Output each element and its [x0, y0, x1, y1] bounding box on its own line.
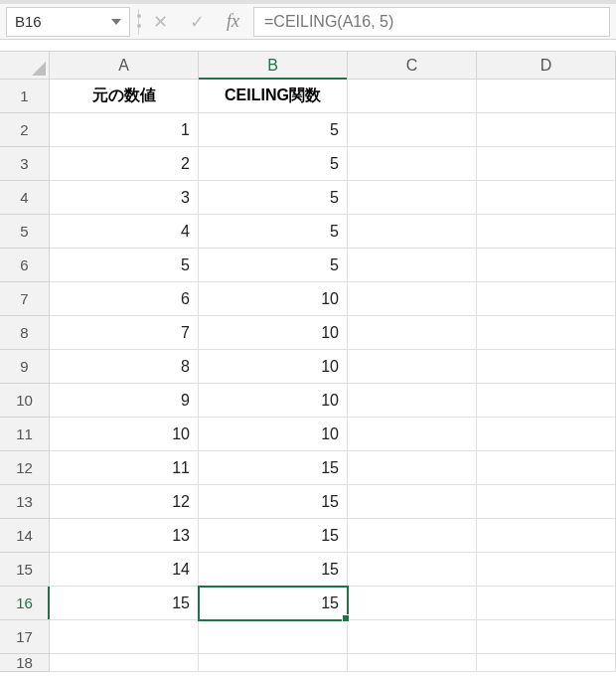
confirm-icon[interactable]: ✓ [190, 13, 205, 31]
cell-A17[interactable] [50, 620, 199, 654]
column-header-A[interactable]: A [50, 52, 199, 80]
row-header[interactable]: 17 [0, 620, 50, 654]
cell-A9[interactable]: 8 [50, 350, 199, 384]
cell-A8[interactable]: 7 [50, 316, 199, 350]
cell-C16[interactable] [348, 587, 477, 620]
formula-input[interactable]: =CEILING(A16, 5) [253, 7, 610, 37]
cell-D5[interactable] [477, 215, 616, 249]
cell-C5[interactable] [348, 215, 477, 249]
row-header[interactable]: 10 [0, 384, 50, 418]
cell-D14[interactable] [477, 519, 616, 553]
cell-B9[interactable]: 10 [199, 350, 348, 384]
row-header[interactable]: 14 [0, 519, 50, 553]
cell-C18[interactable] [348, 654, 477, 672]
cell-D18[interactable] [477, 654, 616, 672]
cell-B11[interactable]: 10 [199, 418, 348, 451]
cell-B3[interactable]: 5 [199, 147, 348, 181]
cell-B18[interactable] [199, 654, 348, 672]
cell-D8[interactable] [477, 316, 616, 350]
cell-D10[interactable] [477, 384, 616, 418]
cell-B8[interactable]: 10 [199, 316, 348, 350]
cell-C9[interactable] [348, 350, 477, 384]
cell-C2[interactable] [348, 113, 477, 147]
cell-C4[interactable] [348, 181, 477, 215]
cell-C13[interactable] [348, 485, 477, 519]
cell-D2[interactable] [477, 113, 616, 147]
name-box[interactable]: B16 [6, 7, 130, 37]
chevron-down-icon[interactable] [111, 19, 121, 25]
cell-A3[interactable]: 2 [50, 147, 199, 181]
cell-C10[interactable] [348, 384, 477, 418]
cell-D11[interactable] [477, 418, 616, 451]
row-header[interactable]: 9 [0, 350, 50, 384]
cell-A4[interactable]: 3 [50, 181, 199, 215]
cancel-icon[interactable]: ✕ [153, 13, 168, 31]
row-header[interactable]: 13 [0, 485, 50, 519]
row-header[interactable]: 5 [0, 215, 50, 249]
row-header[interactable]: 7 [0, 282, 50, 316]
cell-C12[interactable] [348, 451, 477, 485]
cell-C6[interactable] [348, 249, 477, 282]
cell-C15[interactable] [348, 553, 477, 587]
cell-A11[interactable]: 10 [50, 418, 199, 451]
cell-B1[interactable]: CEILING関数 [199, 80, 348, 113]
row-header[interactable]: 12 [0, 451, 50, 485]
row-header[interactable]: 3 [0, 147, 50, 181]
cell-B14[interactable]: 15 [199, 519, 348, 553]
row-header[interactable]: 18 [0, 654, 50, 672]
cell-C1[interactable] [348, 80, 477, 113]
cell-D6[interactable] [477, 249, 616, 282]
cell-C17[interactable] [348, 620, 477, 654]
cell-A13[interactable]: 12 [50, 485, 199, 519]
cell-C11[interactable] [348, 418, 477, 451]
cell-A12[interactable]: 11 [50, 451, 199, 485]
fx-icon[interactable]: fx [227, 11, 239, 32]
cell-B5[interactable]: 5 [199, 215, 348, 249]
cell-A10[interactable]: 9 [50, 384, 199, 418]
cell-C14[interactable] [348, 519, 477, 553]
row-header[interactable]: 16 [0, 587, 50, 620]
cell-A7[interactable]: 6 [50, 282, 199, 316]
cell-D16[interactable] [477, 587, 616, 620]
cell-A18[interactable] [50, 654, 199, 672]
spreadsheet-grid[interactable]: ABCD1元の数値CEILING関数2153254355456557610871… [0, 52, 616, 672]
column-header-D[interactable]: D [477, 52, 616, 80]
cell-D12[interactable] [477, 451, 616, 485]
cell-B2[interactable]: 5 [199, 113, 348, 147]
row-header[interactable]: 11 [0, 418, 50, 451]
cell-A5[interactable]: 4 [50, 215, 199, 249]
select-all-triangle[interactable] [0, 52, 50, 80]
cell-D9[interactable] [477, 350, 616, 384]
column-header-B[interactable]: B [199, 52, 348, 80]
cell-B17[interactable] [199, 620, 348, 654]
cell-C3[interactable] [348, 147, 477, 181]
cell-A2[interactable]: 1 [50, 113, 199, 147]
row-header[interactable]: 15 [0, 553, 50, 587]
column-header-C[interactable]: C [348, 52, 477, 80]
cell-B10[interactable]: 10 [199, 384, 348, 418]
cell-D1[interactable] [477, 80, 616, 113]
cell-D4[interactable] [477, 181, 616, 215]
row-header[interactable]: 1 [0, 80, 50, 113]
cell-D17[interactable] [477, 620, 616, 654]
row-header[interactable]: 6 [0, 249, 50, 282]
cell-D7[interactable] [477, 282, 616, 316]
row-header[interactable]: 2 [0, 113, 50, 147]
row-header[interactable]: 8 [0, 316, 50, 350]
cell-C7[interactable] [348, 282, 477, 316]
cell-A16[interactable]: 15 [50, 587, 199, 620]
cell-B12[interactable]: 15 [199, 451, 348, 485]
cell-B7[interactable]: 10 [199, 282, 348, 316]
cell-D13[interactable] [477, 485, 616, 519]
cell-A14[interactable]: 13 [50, 519, 199, 553]
cell-A1[interactable]: 元の数値 [50, 80, 199, 113]
cell-D15[interactable] [477, 553, 616, 587]
cell-B6[interactable]: 5 [199, 249, 348, 282]
cell-C8[interactable] [348, 316, 477, 350]
cell-A6[interactable]: 5 [50, 249, 199, 282]
cell-D3[interactable] [477, 147, 616, 181]
cell-B16[interactable]: 15 [199, 587, 348, 620]
cell-A15[interactable]: 14 [50, 553, 199, 587]
row-header[interactable]: 4 [0, 181, 50, 215]
cell-B15[interactable]: 15 [199, 553, 348, 587]
